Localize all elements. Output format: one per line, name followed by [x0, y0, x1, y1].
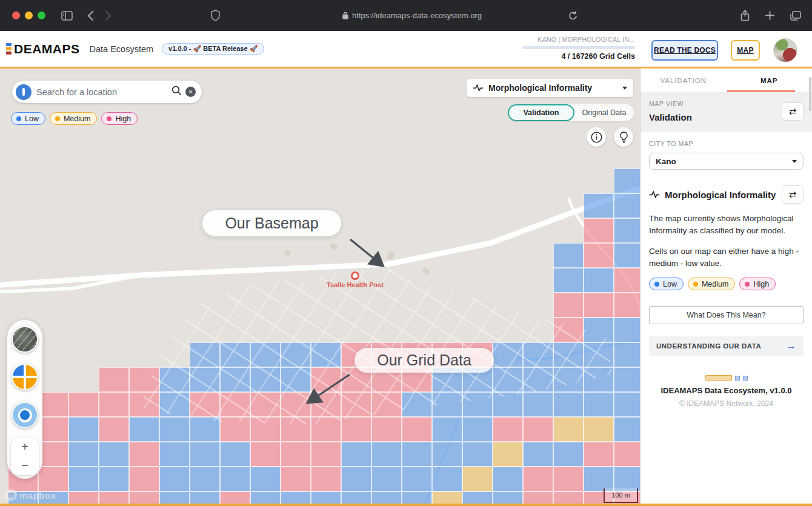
grid-cell-low[interactable] [584, 467, 614, 491]
grid-cell-low[interactable] [281, 342, 311, 367]
grid-cell-low[interactable] [68, 467, 99, 491]
grid-cell-high[interactable] [311, 467, 341, 491]
legend-chip-high[interactable]: High [739, 278, 776, 290]
grid-cell-high[interactable] [99, 367, 129, 392]
search-icon[interactable] [171, 85, 182, 98]
grid-cell-high[interactable] [371, 392, 402, 417]
grid-cell-high[interactable] [220, 417, 250, 442]
grid-cell-low[interactable] [553, 342, 584, 367]
grid-cell-low[interactable] [159, 442, 190, 467]
layer-dropdown[interactable]: Morphological Informality [467, 79, 633, 97]
grid-cell-high[interactable] [68, 392, 99, 417]
clear-search-icon[interactable]: ✕ [185, 87, 196, 97]
tips-button[interactable] [614, 127, 633, 147]
grid-cell-high[interactable] [341, 417, 371, 442]
grid-cell-high[interactable] [220, 392, 250, 417]
grid-cell-low[interactable] [462, 491, 493, 504]
grid-cell-low[interactable] [250, 342, 281, 367]
grid-cell-low[interactable] [614, 467, 641, 491]
grid-cell-high[interactable] [614, 442, 641, 467]
grid-cell-low[interactable] [523, 367, 553, 392]
grid-cell-low[interactable] [99, 467, 129, 491]
grid-cell-low[interactable] [584, 392, 614, 417]
grid-cell-medium[interactable] [584, 417, 614, 442]
grid-cell-low[interactable] [371, 467, 402, 491]
grid-cell-high[interactable] [311, 392, 341, 417]
grid-cell-medium[interactable] [553, 417, 584, 442]
grid-cell-low[interactable] [341, 491, 371, 504]
grid-cell-low[interactable] [432, 417, 462, 442]
grid-cell-low[interactable] [341, 442, 371, 467]
grid-cell-medium[interactable] [462, 467, 493, 491]
grid-cell-high[interactable] [99, 392, 129, 417]
grid-cell-medium[interactable] [493, 442, 523, 467]
grid-cell-high[interactable] [402, 417, 432, 442]
grid-cell-low[interactable] [493, 392, 523, 417]
grid-cell-low[interactable] [553, 442, 584, 467]
grid-cell-low[interactable] [402, 392, 432, 417]
grid-cell-low[interactable] [614, 367, 641, 392]
grid-cell-high[interactable] [38, 467, 68, 491]
grid-cell-high[interactable] [493, 417, 523, 442]
minimize-window-button[interactable] [25, 12, 33, 19]
grid-cell-low[interactable] [553, 367, 584, 392]
grid-cell-low[interactable] [371, 442, 402, 467]
grid-cell-low[interactable] [614, 168, 641, 193]
privacy-shield-icon[interactable] [211, 10, 220, 21]
grid-cell-medium[interactable] [432, 491, 462, 504]
forward-icon[interactable] [105, 10, 111, 21]
grid-cell-high[interactable] [614, 268, 641, 293]
grid-cell-low[interactable] [129, 417, 159, 442]
zoom-in-button[interactable]: + [11, 438, 39, 456]
understanding-our-data-link[interactable]: UNDERSTANDING OUR DATA → [649, 336, 804, 356]
grid-cell-low[interactable] [584, 318, 614, 342]
grid-cell-low[interactable] [371, 491, 402, 504]
tab-overview-icon[interactable] [790, 11, 801, 21]
locate-me-button[interactable] [12, 402, 38, 428]
grid-cell-low[interactable] [402, 442, 432, 467]
browser-sidebar-icon[interactable] [61, 11, 73, 21]
city-select[interactable]: Kano [649, 153, 804, 170]
grid-cell-high[interactable] [281, 442, 311, 467]
address-bar[interactable]: https://ideamaps-data-ecosystem.org [285, 0, 539, 31]
grid-cell-high[interactable] [553, 467, 584, 491]
grid-cell-high[interactable] [311, 367, 341, 392]
swap-layer-button[interactable]: ⇄ [782, 185, 804, 204]
read-the-docs-button[interactable]: READ THE DOCS [651, 40, 718, 61]
legend-chip-medium[interactable]: Medium [50, 112, 97, 125]
grid-cell-low[interactable] [523, 442, 553, 467]
grid-cell-low[interactable] [341, 467, 371, 491]
grid-cell-high[interactable] [281, 392, 311, 417]
grid-cell-low[interactable] [523, 392, 553, 417]
grid-cell-low[interactable] [159, 417, 190, 442]
ideamaps-logo[interactable]: DEAMAPS [6, 42, 80, 56]
what-does-this-mean-button[interactable]: What Does This Mean? [649, 306, 804, 324]
grid-cell-low[interactable] [68, 417, 99, 442]
legend-chip-low[interactable]: Low [11, 112, 45, 125]
grid-cell-low[interactable] [614, 342, 641, 367]
satellite-layer-button[interactable] [12, 326, 38, 353]
user-avatar[interactable] [773, 38, 797, 62]
sidebar-scrollbar[interactable] [809, 77, 811, 111]
grid-cell-low[interactable] [159, 491, 190, 504]
grid-cell-high[interactable] [523, 417, 553, 442]
grid-cell-low[interactable] [190, 491, 220, 504]
grid-cell-low[interactable] [553, 268, 584, 293]
grid-cell-low[interactable] [250, 367, 281, 392]
grid-cell-high[interactable] [68, 491, 99, 504]
grid-cell-low[interactable] [493, 491, 523, 504]
grid-cell-high[interactable] [341, 392, 371, 417]
grid-cell-low[interactable] [250, 491, 281, 504]
grid-cell-low[interactable] [523, 342, 553, 367]
grid-cell-high[interactable] [250, 442, 281, 467]
grid-cell-low[interactable] [493, 342, 523, 367]
grid-cell-low[interactable] [462, 442, 493, 467]
grid-cell-low[interactable] [553, 392, 584, 417]
new-tab-icon[interactable] [765, 11, 774, 20]
grid-cell-high[interactable] [220, 491, 250, 504]
grid-cell-high[interactable] [614, 293, 641, 318]
location-search[interactable]: ✕ [12, 81, 202, 103]
grid-cell-high[interactable] [553, 318, 584, 342]
share-icon[interactable] [740, 10, 750, 21]
tab-map[interactable]: MAP [727, 68, 812, 92]
